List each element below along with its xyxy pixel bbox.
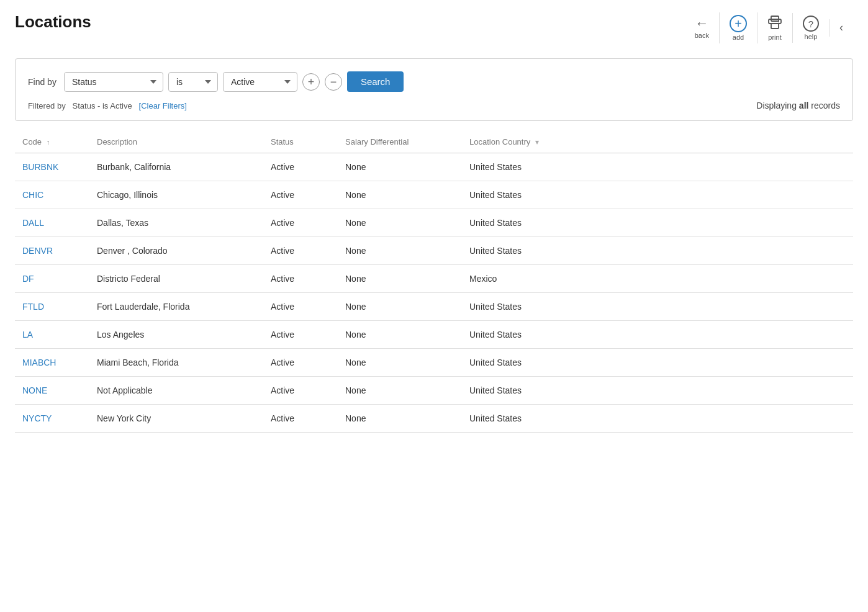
- col-header-status: Status: [263, 131, 338, 153]
- cell-description: Not Applicable: [89, 377, 263, 405]
- code-link[interactable]: DALL: [22, 218, 44, 228]
- displaying-prefix: Displaying: [756, 101, 798, 110]
- cell-description: Chicago, Illinois: [89, 181, 263, 209]
- cell-salary-differential: None: [338, 321, 462, 349]
- code-link[interactable]: FTLD: [22, 302, 44, 312]
- cell-description: Burbank, California: [89, 153, 263, 181]
- toolbar-nav-back-button[interactable]: ‹: [829, 19, 853, 37]
- cell-salary-differential: None: [338, 293, 462, 321]
- col-header-description: Description: [89, 131, 263, 153]
- col-country-label: Location Country: [469, 137, 530, 146]
- cell-salary-differential: None: [338, 181, 462, 209]
- cell-code: DF: [15, 265, 89, 293]
- cell-code: CHIC: [15, 181, 89, 209]
- svg-point-2: [778, 21, 779, 22]
- toolbar-back-button[interactable]: ← back: [685, 14, 719, 42]
- toolbar-help-button[interactable]: ? help: [792, 13, 829, 43]
- operator-select[interactable]: is is not: [168, 72, 218, 92]
- filtered-by-text: [68, 101, 70, 110]
- cell-location-country: United States: [462, 181, 853, 209]
- cell-code: DALL: [15, 209, 89, 237]
- cell-code: NYCTY: [15, 405, 89, 433]
- add-icon: +: [730, 15, 747, 32]
- cell-location-country: United States: [462, 237, 853, 265]
- cell-location-country: United States: [462, 405, 853, 433]
- table-row: LALos AngelesActiveNoneUnited States: [15, 321, 853, 349]
- cell-location-country: Mexico: [462, 265, 853, 293]
- cell-salary-differential: None: [338, 209, 462, 237]
- code-link[interactable]: DENVR: [22, 246, 53, 256]
- cell-location-country: United States: [462, 321, 853, 349]
- cell-salary-differential: None: [338, 405, 462, 433]
- cell-description: Miami Beach, Florida: [89, 349, 263, 377]
- table-row: DALLDallas, TexasActiveNoneUnited States: [15, 209, 853, 237]
- code-link[interactable]: BURBNK: [22, 162, 58, 172]
- cell-status: Active: [263, 209, 338, 237]
- toolbar-print-button[interactable]: print: [757, 12, 792, 43]
- cell-description: Denver , Colorado: [89, 237, 263, 265]
- cell-status: Active: [263, 237, 338, 265]
- locations-table: Code ↑ Description Status Salary Differe…: [15, 131, 853, 433]
- cell-description: New York City: [89, 405, 263, 433]
- page-title: Locations: [15, 12, 91, 32]
- add-filter-button[interactable]: +: [302, 73, 320, 91]
- search-button[interactable]: Search: [347, 71, 404, 92]
- cell-description: Fort Lauderdale, Florida: [89, 293, 263, 321]
- add-label: add: [733, 34, 744, 41]
- col-code-label: Code: [22, 137, 42, 146]
- help-label: help: [805, 33, 818, 40]
- table-row: FTLDFort Lauderdale, FloridaActiveNoneUn…: [15, 293, 853, 321]
- cell-description: Los Angeles: [89, 321, 263, 349]
- table-row: DENVRDenver , ColoradoActiveNoneUnited S…: [15, 237, 853, 265]
- chevron-down-icon: ▾: [535, 138, 539, 146]
- table-row: CHICChicago, IllinoisActiveNoneUnited St…: [15, 181, 853, 209]
- col-desc-label: Description: [97, 137, 137, 146]
- cell-description: Dallas, Texas: [89, 209, 263, 237]
- nav-back-icon: ‹: [839, 22, 843, 33]
- code-link[interactable]: MIABCH: [22, 358, 56, 367]
- code-link[interactable]: CHIC: [22, 190, 43, 200]
- cell-description: Districto Federal: [89, 265, 263, 293]
- help-icon: ?: [803, 16, 819, 32]
- toolbar-add-button[interactable]: + add: [719, 12, 757, 43]
- cell-salary-differential: None: [338, 153, 462, 181]
- code-link[interactable]: NONE: [22, 385, 47, 395]
- back-label: back: [695, 32, 709, 39]
- cell-code: NONE: [15, 377, 89, 405]
- remove-filter-button[interactable]: −: [325, 73, 342, 91]
- table-row: MIABCHMiami Beach, FloridaActiveNoneUnit…: [15, 349, 853, 377]
- value-select[interactable]: Active Inactive: [223, 72, 297, 92]
- cell-location-country: United States: [462, 293, 853, 321]
- code-link[interactable]: NYCTY: [22, 413, 52, 423]
- table-body: BURBNKBurbank, CaliforniaActiveNoneUnite…: [15, 153, 853, 433]
- cell-code: DENVR: [15, 237, 89, 265]
- cell-location-country: United States: [462, 349, 853, 377]
- col-status-label: Status: [271, 137, 294, 146]
- cell-code: MIABCH: [15, 349, 89, 377]
- back-icon: ←: [695, 17, 708, 30]
- col-header-salary-differential: Salary Differential: [338, 131, 462, 153]
- cell-location-country: United States: [462, 153, 853, 181]
- cell-status: Active: [263, 405, 338, 433]
- table-row: BURBNKBurbank, CaliforniaActiveNoneUnite…: [15, 153, 853, 181]
- clear-filters-link[interactable]: [Clear Filters]: [139, 101, 187, 110]
- svg-rect-1: [771, 24, 779, 29]
- code-link[interactable]: DF: [22, 274, 34, 284]
- code-link[interactable]: LA: [22, 330, 33, 340]
- cell-salary-differential: None: [338, 377, 462, 405]
- cell-salary-differential: None: [338, 349, 462, 377]
- col-header-location-country: Location Country ▾: [462, 131, 853, 153]
- cell-salary-differential: None: [338, 237, 462, 265]
- print-label: print: [768, 34, 781, 41]
- filter-criteria: Status - is Active: [73, 101, 132, 110]
- filter-status-text: Filtered by Status - is Active [Clear Fi…: [28, 101, 187, 110]
- col-header-code[interactable]: Code ↑: [15, 131, 89, 153]
- status-field-select[interactable]: Status Code Description: [64, 72, 163, 92]
- cell-location-country: United States: [462, 377, 853, 405]
- toolbar: ← back + add print ?: [685, 12, 853, 43]
- cell-salary-differential: None: [338, 265, 462, 293]
- cell-code: LA: [15, 321, 89, 349]
- cell-status: Active: [263, 153, 338, 181]
- col-salary-label: Salary Differential: [345, 137, 409, 146]
- filter-status-row: Filtered by Status - is Active [Clear Fi…: [28, 101, 840, 110]
